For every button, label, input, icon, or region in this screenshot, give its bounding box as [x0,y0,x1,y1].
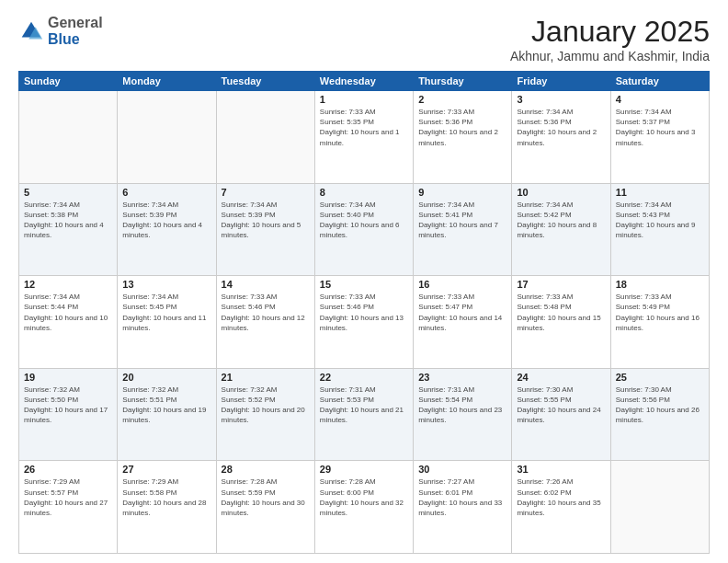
day-detail: Sunrise: 7:34 AMSunset: 5:43 PMDaylight:… [616,200,704,241]
week-row-1: 1Sunrise: 7:33 AMSunset: 5:35 PMDaylight… [19,91,710,184]
day-detail: Sunrise: 7:34 AMSunset: 5:37 PMDaylight:… [616,107,704,148]
day-detail: Sunrise: 7:31 AMSunset: 5:53 PMDaylight:… [320,385,408,426]
calendar-cell: 10Sunrise: 7:34 AMSunset: 5:42 PMDayligh… [512,183,610,276]
calendar-subtitle: Akhnur, Jammu and Kashmir, India [510,49,710,63]
day-detail: Sunrise: 7:30 AMSunset: 5:55 PMDaylight:… [517,385,605,426]
day-detail: Sunrise: 7:33 AMSunset: 5:46 PMDaylight:… [222,292,310,333]
day-detail: Sunrise: 7:34 AMSunset: 5:40 PMDaylight:… [320,200,408,241]
day-detail: Sunrise: 7:30 AMSunset: 5:56 PMDaylight:… [616,385,704,426]
day-number: 28 [222,464,310,475]
day-detail: Sunrise: 7:32 AMSunset: 5:51 PMDaylight:… [122,385,210,426]
day-detail: Sunrise: 7:33 AMSunset: 5:46 PMDaylight:… [320,292,408,333]
day-number: 18 [616,279,704,290]
day-detail: Sunrise: 7:32 AMSunset: 5:50 PMDaylight:… [24,385,112,426]
calendar-cell: 2Sunrise: 7:33 AMSunset: 5:36 PMDaylight… [414,91,512,184]
calendar-cell: 23Sunrise: 7:31 AMSunset: 5:54 PMDayligh… [414,368,512,461]
day-detail: Sunrise: 7:28 AMSunset: 6:00 PMDaylight:… [320,477,408,518]
day-detail: Sunrise: 7:34 AMSunset: 5:41 PMDaylight:… [418,200,506,241]
day-number: 16 [418,279,506,290]
calendar-cell: 13Sunrise: 7:34 AMSunset: 5:45 PMDayligh… [118,276,216,369]
calendar-cell: 9Sunrise: 7:34 AMSunset: 5:41 PMDaylight… [414,183,512,276]
calendar-cell: 17Sunrise: 7:33 AMSunset: 5:48 PMDayligh… [512,276,610,369]
day-number: 21 [222,372,310,383]
calendar-cell: 14Sunrise: 7:33 AMSunset: 5:46 PMDayligh… [216,276,314,369]
day-detail: Sunrise: 7:29 AMSunset: 5:58 PMDaylight:… [122,477,210,518]
day-detail: Sunrise: 7:34 AMSunset: 5:44 PMDaylight:… [24,292,112,333]
day-number: 13 [122,279,210,290]
logo-blue: Blue [48,31,80,47]
day-detail: Sunrise: 7:34 AMSunset: 5:38 PMDaylight:… [24,200,112,241]
day-number: 23 [418,372,506,383]
day-number: 25 [616,372,704,383]
day-detail: Sunrise: 7:29 AMSunset: 5:57 PMDaylight:… [24,477,112,518]
day-number: 11 [616,187,704,198]
day-number: 19 [24,372,112,383]
calendar-table: SundayMondayTuesdayWednesdayThursdayFrid… [18,71,710,554]
day-number: 10 [517,187,605,198]
day-number: 14 [222,279,310,290]
calendar-cell: 27Sunrise: 7:29 AMSunset: 5:58 PMDayligh… [118,461,216,554]
calendar-cell: 12Sunrise: 7:34 AMSunset: 5:44 PMDayligh… [19,276,118,369]
week-row-5: 26Sunrise: 7:29 AMSunset: 5:57 PMDayligh… [19,461,710,554]
day-number: 2 [418,94,506,105]
day-detail: Sunrise: 7:32 AMSunset: 5:52 PMDaylight:… [222,385,310,426]
calendar-cell: 15Sunrise: 7:33 AMSunset: 5:46 PMDayligh… [314,276,413,369]
day-number: 7 [222,187,310,198]
calendar-cell: 24Sunrise: 7:30 AMSunset: 5:55 PMDayligh… [512,368,610,461]
day-number: 27 [122,464,210,475]
day-detail: Sunrise: 7:34 AMSunset: 5:39 PMDaylight:… [222,200,310,241]
day-number: 4 [616,94,704,105]
calendar-cell: 8Sunrise: 7:34 AMSunset: 5:40 PMDaylight… [314,183,413,276]
day-number: 30 [418,464,506,475]
calendar-cell: 30Sunrise: 7:27 AMSunset: 6:01 PMDayligh… [414,461,512,554]
calendar-cell: 18Sunrise: 7:33 AMSunset: 5:49 PMDayligh… [610,276,709,369]
day-header-tuesday: Tuesday [216,72,314,91]
day-detail: Sunrise: 7:33 AMSunset: 5:36 PMDaylight:… [418,107,506,148]
calendar-cell: 26Sunrise: 7:29 AMSunset: 5:57 PMDayligh… [19,461,118,554]
calendar-cell: 19Sunrise: 7:32 AMSunset: 5:50 PMDayligh… [19,368,118,461]
calendar-cell [118,91,216,184]
day-detail: Sunrise: 7:27 AMSunset: 6:01 PMDaylight:… [418,477,506,518]
calendar-cell: 7Sunrise: 7:34 AMSunset: 5:39 PMDaylight… [216,183,314,276]
calendar-cell: 22Sunrise: 7:31 AMSunset: 5:53 PMDayligh… [314,368,413,461]
day-number: 8 [320,187,408,198]
week-row-3: 12Sunrise: 7:34 AMSunset: 5:44 PMDayligh… [19,276,710,369]
day-header-friday: Friday [512,72,610,91]
calendar-cell: 28Sunrise: 7:28 AMSunset: 5:59 PMDayligh… [216,461,314,554]
calendar-cell: 31Sunrise: 7:26 AMSunset: 6:02 PMDayligh… [512,461,610,554]
day-header-sunday: Sunday [19,72,118,91]
day-header-monday: Monday [118,72,216,91]
calendar-cell: 16Sunrise: 7:33 AMSunset: 5:47 PMDayligh… [414,276,512,369]
week-row-4: 19Sunrise: 7:32 AMSunset: 5:50 PMDayligh… [19,368,710,461]
logo: General Blue [18,15,103,47]
day-number: 31 [517,464,605,475]
day-detail: Sunrise: 7:28 AMSunset: 5:59 PMDaylight:… [222,477,310,518]
calendar-cell: 25Sunrise: 7:30 AMSunset: 5:56 PMDayligh… [610,368,709,461]
day-detail: Sunrise: 7:34 AMSunset: 5:36 PMDaylight:… [517,107,605,148]
calendar-cell: 3Sunrise: 7:34 AMSunset: 5:36 PMDaylight… [512,91,610,184]
day-detail: Sunrise: 7:34 AMSunset: 5:42 PMDaylight:… [517,200,605,241]
week-row-2: 5Sunrise: 7:34 AMSunset: 5:38 PMDaylight… [19,183,710,276]
calendar-cell [19,91,118,184]
day-number: 29 [320,464,408,475]
header-row: SundayMondayTuesdayWednesdayThursdayFrid… [19,72,710,91]
page-header: General Blue January 2025 Akhnur, Jammu … [18,15,710,63]
calendar-page: General Blue January 2025 Akhnur, Jammu … [0,0,728,563]
logo-icon [18,18,44,44]
calendar-cell: 6Sunrise: 7:34 AMSunset: 5:39 PMDaylight… [118,183,216,276]
day-number: 24 [517,372,605,383]
day-detail: Sunrise: 7:33 AMSunset: 5:47 PMDaylight:… [418,292,506,333]
day-detail: Sunrise: 7:26 AMSunset: 6:02 PMDaylight:… [517,477,605,518]
day-number: 6 [122,187,210,198]
day-number: 9 [418,187,506,198]
day-number: 22 [320,372,408,383]
calendar-title: January 2025 [510,15,710,49]
day-detail: Sunrise: 7:34 AMSunset: 5:45 PMDaylight:… [122,292,210,333]
day-number: 5 [24,187,112,198]
day-number: 1 [320,94,408,105]
day-detail: Sunrise: 7:33 AMSunset: 5:35 PMDaylight:… [320,107,408,148]
day-header-saturday: Saturday [610,72,709,91]
calendar-cell: 1Sunrise: 7:33 AMSunset: 5:35 PMDaylight… [314,91,413,184]
day-detail: Sunrise: 7:33 AMSunset: 5:48 PMDaylight:… [517,292,605,333]
day-detail: Sunrise: 7:31 AMSunset: 5:54 PMDaylight:… [418,385,506,426]
